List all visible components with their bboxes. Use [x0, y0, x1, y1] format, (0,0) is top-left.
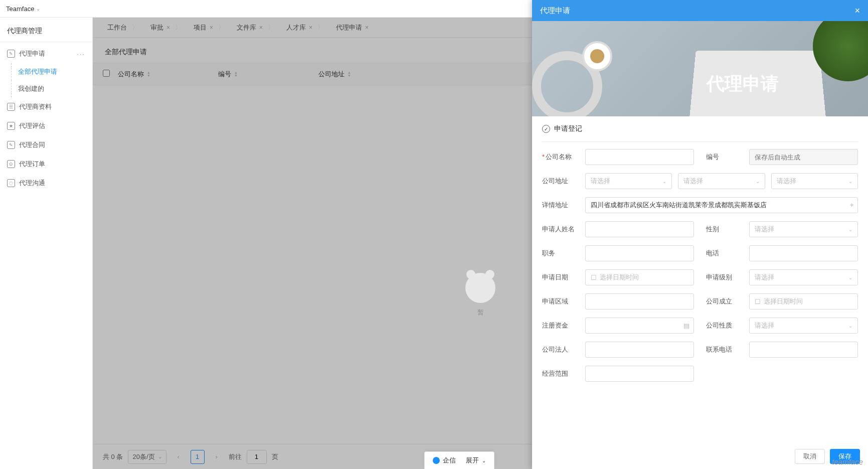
chat-icon [433, 457, 440, 464]
detail-address-input[interactable]: 四川省成都市武侯区火车南站街道凯莱帝景成都凯宾斯基饭店 ⌖ [585, 197, 858, 213]
sidebar-sub-all[interactable]: 全部代理申请 [0, 63, 92, 80]
chevron-down-icon: ⌄ [756, 179, 760, 184]
sidebar-item-apply[interactable]: ✎ 代理申请 ··· [0, 44, 92, 63]
doc-icon: ⊙ [7, 160, 15, 168]
panel-body: 代理申请 ✓ 申请登记 *公司名称 编号 公司地址 [532, 21, 868, 469]
doc-icon: ◌ [7, 179, 15, 187]
empty-icon [465, 273, 495, 303]
close-icon[interactable]: × [854, 6, 860, 16]
brand-footer: teamface [832, 457, 863, 466]
company-founded-input[interactable]: ☐ 选择日期时间 [749, 293, 858, 309]
banner: 代理申请 [532, 21, 868, 116]
label-position: 职务 [542, 249, 585, 258]
label-reg-capital: 注册资金 [542, 321, 585, 330]
company-nature-select[interactable]: 请选择⌄ [749, 318, 858, 334]
label-number: 编号 [706, 152, 749, 162]
sidebar-item-label: 代理订单 [19, 160, 45, 169]
contact-phone-input[interactable] [749, 342, 858, 358]
chevron-down-icon[interactable]: ⌄ [36, 6, 40, 12]
section-title: 申请登记 [554, 124, 582, 133]
applicant-input[interactable] [585, 221, 694, 237]
label-applicant: 申请人姓名 [542, 225, 585, 234]
sidebar: 代理商管理 ✎ 代理申请 ··· 全部代理申请 我创建的 ☰ 代理商资料 ★ 代… [0, 18, 93, 469]
label-contact-phone: 联系电话 [706, 345, 749, 354]
chevron-down-icon: ⌄ [662, 179, 666, 184]
gender-select[interactable]: 请选择⌄ [749, 221, 858, 237]
sidebar-item-label: 代理合同 [19, 140, 45, 149]
detail-panel: 代理申请 × 代理申请 ✓ 申请登记 *公司名称 编号 [532, 0, 868, 469]
label-apply-area: 申请区域 [542, 297, 585, 306]
panel-title: 代理申请 [540, 6, 570, 16]
doc-icon: ✎ [7, 50, 15, 58]
chevron-down-icon: ⌄ [848, 227, 852, 232]
sidebar-item-label: 代理商资料 [19, 102, 52, 111]
sidebar-item-label: 代理评估 [19, 121, 45, 130]
sidebar-title: 代理商管理 [0, 18, 92, 42]
number-icon: ▤ [683, 322, 689, 330]
label-address: 公司地址 [542, 177, 585, 186]
sidebar-item-evaluate[interactable]: ★ 代理评估 [0, 116, 92, 135]
form: *公司名称 编号 公司地址 请选择⌄ 请选择⌄ 请选择⌄ [532, 142, 868, 397]
chevron-down-icon: ⌄ [848, 179, 852, 184]
location-icon[interactable]: ⌖ [850, 201, 853, 209]
doc-icon: ✎ [7, 141, 15, 149]
label-biz-scope: 经营范围 [542, 369, 585, 378]
apply-date-input[interactable]: ☐ 选择日期时间 [585, 269, 694, 285]
city-select[interactable]: 请选择⌄ [678, 173, 765, 189]
chevron-down-icon: ⌄ [848, 323, 852, 329]
qixin-button[interactable]: 企信 [433, 456, 456, 465]
label-company: 公司名称 [546, 153, 572, 161]
sidebar-item-profile[interactable]: ☰ 代理商资料 [0, 97, 92, 116]
number-input [749, 149, 858, 165]
apply-level-select[interactable]: 请选择⌄ [749, 269, 858, 285]
banner-title: 代理申请 [707, 72, 779, 96]
district-select[interactable]: 请选择⌄ [771, 173, 858, 189]
doc-icon: ☰ [7, 103, 15, 111]
check-icon: ✓ [542, 125, 550, 133]
sidebar-item-label: 代理申请 [19, 49, 45, 58]
company-name-input[interactable] [585, 149, 694, 165]
section-header: ✓ 申请登记 [532, 116, 868, 138]
calendar-icon: ☐ [591, 274, 597, 281]
chevron-down-icon: ⌄ [848, 275, 852, 280]
sidebar-sub-mine[interactable]: 我创建的 [0, 80, 92, 97]
position-input[interactable] [585, 245, 694, 261]
brand-name[interactable]: Teamface [6, 5, 34, 13]
label-apply-date: 申请日期 [542, 273, 585, 282]
label-legal-person: 公司法人 [542, 345, 585, 354]
cancel-button[interactable]: 取消 [795, 449, 825, 464]
calendar-icon: ☐ [755, 298, 761, 305]
chevron-down-icon: ⌄ [482, 458, 486, 463]
expand-button[interactable]: 展开 ⌄ [466, 456, 486, 465]
sidebar-item-contract[interactable]: ✎ 代理合同 [0, 135, 92, 154]
sidebar-item-communicate[interactable]: ◌ 代理沟通 [0, 174, 92, 193]
chat-bar: 企信 展开 ⌄ [424, 451, 494, 469]
legal-person-input[interactable] [585, 342, 694, 358]
doc-icon: ★ [7, 122, 15, 130]
sidebar-item-label: 代理沟通 [19, 179, 45, 188]
sidebar-nav: ✎ 代理申请 ··· 全部代理申请 我创建的 ☰ 代理商资料 ★ 代理评估 ✎ … [0, 42, 92, 469]
label-apply-level: 申请级别 [706, 273, 749, 282]
reg-capital-input[interactable]: ▤ [585, 318, 694, 334]
label-gender: 性别 [706, 225, 749, 234]
phone-input[interactable] [749, 245, 858, 261]
province-select[interactable]: 请选择⌄ [585, 173, 672, 189]
label-detail-addr: 详情地址 [542, 201, 585, 210]
panel-header: 代理申请 × [532, 0, 868, 21]
label-company-nature: 公司性质 [706, 321, 749, 330]
more-icon[interactable]: ··· [77, 50, 85, 58]
label-company-founded: 公司成立 [706, 297, 749, 306]
label-phone: 电话 [706, 249, 749, 258]
biz-scope-input[interactable] [585, 366, 694, 382]
apply-area-input[interactable] [585, 293, 694, 309]
sidebar-item-order[interactable]: ⊙ 代理订单 [0, 154, 92, 174]
